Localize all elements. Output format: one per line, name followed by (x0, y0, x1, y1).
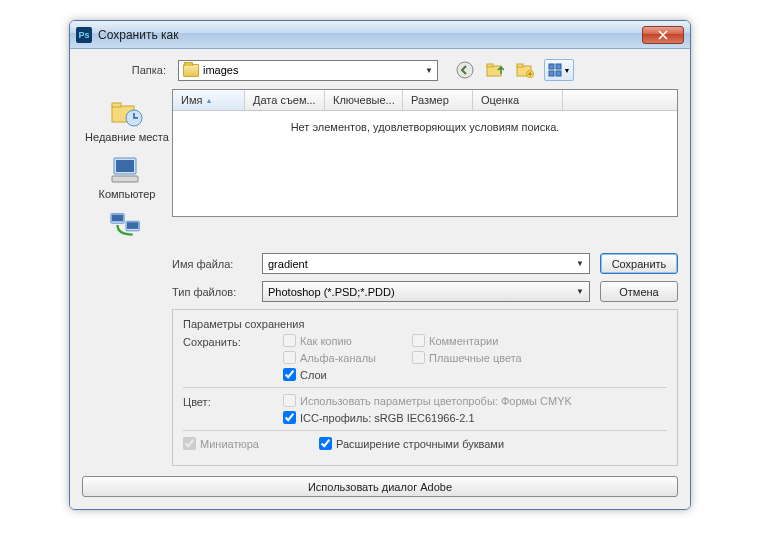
up-button[interactable] (484, 59, 506, 81)
folder-combo[interactable]: images ▼ (178, 60, 438, 81)
folder-label: Папка: (82, 64, 172, 76)
filetype-label: Тип файлов: (172, 286, 252, 298)
svg-rect-9 (556, 71, 561, 76)
svg-rect-11 (112, 103, 121, 107)
filetype-value: Photoshop (*.PSD;*.PDD) (268, 286, 576, 298)
svg-rect-6 (549, 64, 554, 69)
folder-value: images (203, 64, 421, 76)
file-list[interactable]: Имя ▲ Дата съем... Ключевые... Размер Оц… (172, 89, 678, 217)
form-rows: Имя файла: gradient ▼ Сохранить Тип файл… (172, 253, 678, 302)
new-folder-button[interactable] (514, 59, 536, 81)
svg-rect-15 (112, 176, 138, 182)
chevron-down-icon: ▼ (425, 66, 433, 75)
photoshop-app-icon: Ps (76, 27, 92, 43)
color-options-label: Цвет: (183, 394, 283, 424)
use-proof-checkbox[interactable]: Использовать параметры цветопробы: Формы… (283, 394, 572, 407)
sidebar-item-network[interactable] (109, 211, 145, 243)
empty-list-message: Нет элементов, удовлетворяющих условиям … (173, 111, 677, 143)
filename-input[interactable]: gradient ▼ (262, 253, 590, 274)
computer-icon (109, 154, 145, 186)
recent-places-icon (109, 97, 145, 129)
column-name[interactable]: Имя ▲ (173, 90, 245, 110)
main-area: Недавние места Компьютер Имя ▲ (82, 89, 678, 243)
save-button[interactable]: Сохранить (600, 253, 678, 274)
use-adobe-dialog-button[interactable]: Использовать диалог Adobe (82, 476, 678, 497)
svg-rect-17 (112, 215, 123, 222)
separator (183, 430, 667, 431)
cancel-button[interactable]: Отмена (600, 281, 678, 302)
filetype-combo[interactable]: Photoshop (*.PSD;*.PDD) ▼ (262, 281, 590, 302)
lowercase-ext-checkbox[interactable]: Расширение строчными буквами (319, 437, 504, 450)
back-button[interactable] (454, 59, 476, 81)
column-date[interactable]: Дата съем... (245, 90, 325, 110)
svg-rect-2 (487, 64, 493, 67)
svg-point-0 (457, 62, 473, 78)
separator (183, 387, 667, 388)
svg-rect-19 (127, 223, 138, 230)
column-headers: Имя ▲ Дата съем... Ключевые... Размер Оц… (173, 90, 677, 111)
close-button[interactable] (642, 26, 684, 44)
filename-row: Имя файла: gradient ▼ Сохранить (172, 253, 678, 274)
alpha-checkbox[interactable]: Альфа-каналы (283, 351, 376, 364)
sidebar-item-recent[interactable]: Недавние места (85, 97, 169, 144)
dialog-body: Папка: images ▼ ▼ (70, 49, 690, 509)
layers-checkbox[interactable]: Слои (283, 368, 376, 381)
as-copy-checkbox[interactable]: Как копию (283, 334, 376, 347)
view-icon (548, 63, 562, 77)
comments-checkbox[interactable]: Комментарии (412, 334, 522, 347)
spot-checkbox[interactable]: Плашечные цвета (412, 351, 522, 364)
params-heading: Параметры сохранения (183, 318, 667, 330)
save-params-panel: Параметры сохранения Сохранить: Как копи… (172, 309, 678, 466)
svg-rect-8 (549, 71, 554, 76)
sort-asc-icon: ▲ (205, 97, 212, 104)
folder-up-icon (486, 62, 504, 78)
view-menu-button[interactable]: ▼ (544, 59, 574, 81)
svg-rect-7 (556, 64, 561, 69)
column-keywords[interactable]: Ключевые... (325, 90, 403, 110)
save-options-row: Сохранить: Как копию Альфа-каналы Слои К… (183, 334, 667, 381)
sidebar-computer-label: Компьютер (99, 188, 156, 201)
filename-value: gradient (268, 258, 576, 270)
column-rating[interactable]: Оценка (473, 90, 563, 110)
close-icon (658, 30, 668, 40)
chevron-down-icon: ▼ (576, 287, 584, 296)
filetype-row: Тип файлов: Photoshop (*.PSD;*.PDD) ▼ От… (172, 281, 678, 302)
places-sidebar: Недавние места Компьютер (82, 89, 172, 243)
filename-label: Имя файла: (172, 258, 252, 270)
color-options-row: Цвет: Использовать параметры цветопробы:… (183, 394, 667, 424)
save-as-dialog: Ps Сохранить как Папка: images ▼ (69, 20, 691, 510)
folder-icon (183, 64, 199, 77)
save-options-label: Сохранить: (183, 334, 283, 381)
titlebar: Ps Сохранить как (70, 21, 690, 49)
icc-profile-checkbox[interactable]: ICC-профиль: sRGB IEC61966-2.1 (283, 411, 572, 424)
column-spacer (563, 90, 677, 110)
nav-icons: ▼ (454, 59, 574, 81)
titlebar-text: Сохранить как (98, 28, 642, 42)
chevron-down-icon: ▼ (564, 67, 571, 74)
sidebar-item-computer[interactable]: Компьютер (99, 154, 156, 201)
sidebar-recent-label: Недавние места (85, 131, 169, 144)
bottom-button-row: Использовать диалог Adobe (82, 476, 678, 497)
svg-rect-4 (517, 64, 523, 67)
new-folder-icon (516, 62, 534, 78)
back-arrow-icon (456, 61, 474, 79)
network-icon (109, 211, 145, 243)
column-size[interactable]: Размер (403, 90, 473, 110)
misc-options-row: Миниатюра Расширение строчными буквами (183, 437, 667, 450)
folder-row: Папка: images ▼ ▼ (82, 59, 678, 81)
svg-rect-14 (116, 160, 134, 172)
thumbnail-checkbox[interactable]: Миниатюра (183, 437, 259, 450)
chevron-down-icon: ▼ (576, 259, 584, 268)
